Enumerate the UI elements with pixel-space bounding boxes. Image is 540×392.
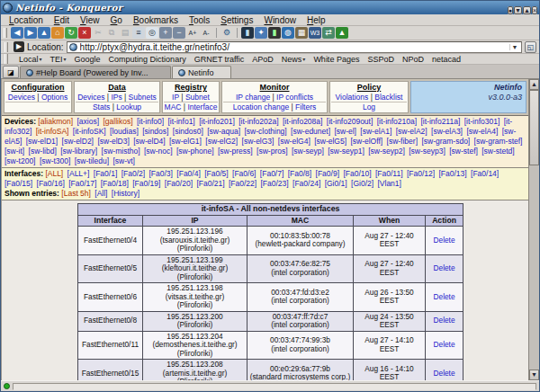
nav-link-registry-mac[interactable]: MAC (165, 102, 182, 111)
device-link-sw-edunet[interactable]: [sw-edunet] (291, 127, 330, 136)
interface-link-gi0-2[interactable]: [Gi0/2] (351, 179, 374, 188)
gear-icon[interactable]: ⚙ (220, 27, 233, 39)
device-link-sw-elg3[interactable]: [sw-elG3] (242, 137, 274, 146)
device-link-sw-eloff[interactable]: [sw-elOff] (350, 137, 382, 146)
font-decrease-icon[interactable]: A- (200, 27, 212, 39)
nav-link-policy-log[interactable]: Log (363, 102, 375, 111)
interface-link-gi0-1[interactable]: [Gi0/1] (325, 179, 347, 188)
font-increase-icon[interactable]: A+ (186, 27, 199, 39)
delete-link[interactable]: Delete (434, 340, 455, 349)
nav-link-policy-violations[interactable]: Violations (336, 93, 369, 102)
interface-link-fa0-23[interactable]: [Fa0/23] (261, 179, 289, 188)
tab-netinfo[interactable]: Netinfo (172, 66, 231, 78)
interface-link-fa0-18[interactable]: [Fa0/18] (101, 179, 129, 188)
device-link-sw-ela2[interactable]: [sw-elA2] (396, 127, 428, 136)
nav-link-monitor-ip-conflicts[interactable]: IP conflicts (276, 93, 313, 102)
delete-link[interactable]: Delete (434, 263, 455, 272)
device-link-sw-ela4[interactable]: [sw-elA4] (466, 127, 498, 136)
device-link-sw-eld1[interactable]: [sw-elD1] (26, 137, 58, 146)
device-link-sw-elg1[interactable]: [sw-elG1] (169, 137, 202, 146)
device-link-it-info202a[interactable]: [it-info202a] (238, 117, 278, 126)
vertical-scrollbar[interactable]: ▲ ▼ (528, 79, 539, 380)
shown-entries-link-history[interactable]: [History] (112, 189, 140, 198)
device-link-it-info301[interactable]: [it-info301] (464, 117, 500, 126)
location-dropdown-icon[interactable]: ▼ (509, 44, 519, 50)
interface-link-fa0-13[interactable]: [Fa0/13] (438, 169, 466, 178)
menu-window[interactable]: Window (258, 15, 302, 25)
clear-location-icon[interactable]: ▶ (14, 41, 24, 52)
bookmark-computing-dictionary[interactable]: Computing Dictionary (109, 55, 186, 64)
close-button[interactable]: × (532, 6, 537, 14)
nav-link-monitor-filters[interactable]: Filters (295, 102, 316, 111)
stop-icon[interactable]: × (78, 27, 91, 39)
new-tab-button[interactable]: ◪ (3, 66, 19, 78)
nav-link-data-stats[interactable]: Stats (93, 102, 110, 111)
device-link-it-infosa[interactable]: [it-infoSA] (36, 127, 69, 136)
tools-icon[interactable]: ✦ (255, 27, 267, 39)
interface-link-fa0-15[interactable]: [Fa0/15] (4, 179, 32, 188)
device-link-sw-phone[interactable]: [sw-phone] (176, 147, 214, 156)
nav-link-policy-blacklist[interactable]: Blacklist (374, 93, 402, 102)
device-link-sw-stef[interactable]: [sw-stef] (449, 147, 478, 156)
menu-settings[interactable]: Settings (215, 15, 258, 25)
device-link-sw-mistho[interactable]: [sw-mistho] (102, 147, 140, 156)
interface-link-fa0-3[interactable]: [Fa0/3] (148, 169, 172, 178)
scrollbar-track[interactable] (529, 165, 539, 370)
interface-link-fa0-22[interactable]: [Fa0/22] (229, 179, 256, 188)
device-link-sw-noc[interactable]: [sw-noc] (144, 147, 173, 156)
delete-link[interactable]: Delete (434, 292, 455, 301)
device-link-sw-tiledu[interactable]: [sw-tiledu] (75, 156, 109, 165)
nav-link-data-lookup[interactable]: Lookup (116, 102, 141, 111)
menu-go[interactable]: Go (105, 15, 128, 25)
interface-link-vlan1[interactable]: [Vlan1] (377, 179, 400, 188)
zoom-out-icon[interactable]: − (173, 27, 185, 39)
device-link-sw-seyp3[interactable]: [sw-seyp3] (409, 147, 446, 156)
interface-link-fa0-9[interactable]: [Fa0/9] (316, 169, 339, 178)
device-link-sw-seyp2[interactable]: [sw-seyp2] (368, 147, 405, 156)
copy-icon[interactable]: ⧉ (105, 27, 118, 39)
print-icon[interactable]: ≡ (132, 27, 145, 39)
konqueror-app-icon[interactable] (3, 3, 13, 13)
menu-bookmarks[interactable]: Bookmarks (128, 15, 184, 25)
nav-link-configuration-devices[interactable]: Devices (8, 93, 35, 102)
interface-link-fa0-14[interactable]: [Fa0/14] (471, 169, 499, 178)
interface-link-fa0-12[interactable]: [Fa0/12] (407, 169, 435, 178)
up-icon[interactable]: ▲ (38, 27, 50, 39)
interface-link-fa0-16[interactable]: [Fa0/16] (37, 179, 65, 188)
interface-link-fa0-10[interactable]: [Fa0/10] (343, 169, 371, 178)
toolbar-drag-handle[interactable] (4, 28, 7, 38)
bookmark-apod[interactable]: APoD (252, 55, 274, 64)
konsole-icon[interactable]: ▮ (268, 27, 281, 39)
bookmark-npod[interactable]: NPoD (402, 55, 424, 64)
bookmark-news[interactable]: News▾ (282, 55, 306, 64)
back-icon[interactable]: ◀ (11, 27, 23, 39)
w3-validator-icon[interactable]: W3 (309, 27, 321, 39)
device-link-sw-elg4[interactable]: [sw-elG4] (278, 137, 310, 146)
bookmark-local[interactable]: Local▾ (19, 55, 42, 64)
scroll-down-icon[interactable]: ▼ (529, 370, 539, 380)
interface-link-fa0-21[interactable]: [Fa0/21] (196, 179, 224, 188)
interface-link-fa0-11[interactable]: [Fa0/11] (375, 169, 403, 178)
nav-link-registry-subnet[interactable]: Subnet (185, 93, 210, 102)
nav-link-data-ips[interactable]: IPs (111, 93, 122, 102)
go-button[interactable]: ◱ (525, 41, 536, 53)
menu-tools[interactable]: Tools (184, 15, 215, 25)
menu-edit[interactable]: Edit (49, 15, 75, 25)
sticky-button[interactable]: ● (508, 6, 513, 14)
interface-link-fa0-7[interactable]: [Fa0/7] (260, 169, 284, 178)
translate-icon[interactable]: ⇄ (322, 27, 335, 39)
terminal-icon[interactable]: ▮ (241, 27, 254, 39)
nav-link-monitor-location-change[interactable]: Location change (233, 102, 289, 111)
interface-link-all[interactable]: [ALL+] (68, 169, 90, 178)
forward-icon[interactable]: ▶ (24, 27, 37, 39)
bookmarks-drag-handle[interactable] (4, 54, 8, 64)
device-link-it-info0[interactable]: [it-info0] (137, 117, 164, 126)
device-link-sw-eld2[interactable]: [sw-elD2] (62, 137, 94, 146)
minimize-button[interactable]: ▼ (514, 6, 522, 14)
bookmark-netacad[interactable]: netacad (432, 55, 461, 64)
location-url[interactable]: http://ptyx@hydra.it.teithe.gr/netinfo3/ (80, 42, 507, 52)
device-link-sw-elg5[interactable]: [sw-elG5] (314, 137, 346, 146)
maximize-button[interactable]: ▲ (523, 6, 531, 14)
device-link-loudias[interactable]: [loudias] (110, 127, 139, 136)
device-link-aliakmon[interactable]: [aliakmon] (38, 117, 73, 126)
